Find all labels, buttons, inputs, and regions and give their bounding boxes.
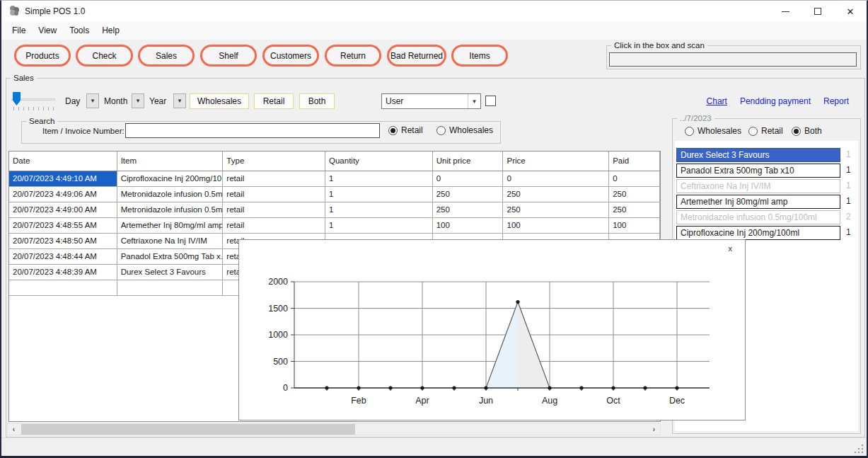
toolbar-button-check[interactable]: Check xyxy=(76,45,133,67)
table-cell[interactable]: 250 xyxy=(609,202,660,218)
table-cell[interactable]: retail xyxy=(223,187,325,202)
column-header-unit-price[interactable]: Unit price xyxy=(433,151,504,171)
svg-text:Dec: Dec xyxy=(669,396,685,406)
table-cell[interactable]: 100 xyxy=(503,218,609,234)
panel-wholesales-radio[interactable] xyxy=(685,127,694,136)
table-cell[interactable] xyxy=(9,280,117,296)
toolbar-button-products[interactable]: Products xyxy=(14,45,71,67)
retail-button[interactable]: Retail xyxy=(254,93,294,109)
column-header-price[interactable]: Price xyxy=(503,151,609,171)
menu-item-view[interactable]: View xyxy=(32,22,63,40)
scroll-right-arrow-icon[interactable]: › xyxy=(648,424,660,435)
user-combobox[interactable]: User ▾ xyxy=(381,93,481,109)
search-retail-radio[interactable] xyxy=(388,126,398,135)
panel-both-label: Both xyxy=(804,126,822,136)
table-cell[interactable]: Ceftriaxone Na Inj IV/IM xyxy=(117,234,224,249)
column-header-date[interactable]: Date xyxy=(9,151,117,171)
table-cell[interactable]: retail xyxy=(223,202,325,218)
toolbar-button-customers[interactable]: Customers xyxy=(262,45,319,67)
column-header-quantity[interactable]: Quantity xyxy=(325,151,433,171)
menu-item-file[interactable]: File xyxy=(6,22,32,40)
table-row[interactable]: 20/07/2023 4:49:06 AMMetronidazole infus… xyxy=(9,187,660,202)
resize-grip-icon[interactable] xyxy=(855,445,864,454)
search-input[interactable] xyxy=(125,123,380,138)
hscrollbar-thumb[interactable] xyxy=(21,424,355,435)
table-cell[interactable]: Metronidazole infusion 0.5m... xyxy=(117,187,224,202)
both-button[interactable]: Both xyxy=(299,93,335,109)
toolbar-button-shelf[interactable]: Shelf xyxy=(200,45,257,67)
status-bar xyxy=(1,437,867,456)
table-row[interactable]: 20/07/2023 4:49:00 AMMetronidazole infus… xyxy=(9,202,660,218)
table-cell[interactable]: 20/07/2023 4:49:06 AM xyxy=(9,187,117,202)
table-hscrollbar[interactable]: ‹ › xyxy=(7,423,661,435)
table-cell[interactable]: 0 xyxy=(503,171,609,187)
table-cell[interactable]: 250 xyxy=(433,202,504,218)
table-cell[interactable]: 0 xyxy=(609,171,660,187)
list-item-name[interactable]: Artemether Inj 80mg/ml amp xyxy=(676,195,840,209)
table-cell[interactable]: retail xyxy=(223,171,325,187)
maximize-button[interactable] xyxy=(802,1,834,22)
svg-text:Oct: Oct xyxy=(606,396,620,406)
svg-text:2000: 2000 xyxy=(268,277,288,287)
table-cell[interactable]: 250 xyxy=(609,187,660,202)
report-link[interactable]: Report xyxy=(823,96,849,106)
menu-item-help[interactable]: Help xyxy=(96,22,126,40)
list-item-name[interactable]: Panadol Extra 500mg Tab x10 xyxy=(676,164,840,178)
table-cell[interactable]: 100 xyxy=(609,218,660,234)
month-dropdown-button[interactable]: ▾ xyxy=(132,93,144,108)
table-cell[interactable]: Panadol Extra 500mg Tab x... xyxy=(117,249,224,265)
svg-text:Apr: Apr xyxy=(415,396,429,406)
table-cell[interactable]: Artemether Inj 80mg/ml amp xyxy=(117,218,224,234)
list-item-name[interactable]: Durex Select 3 Favours xyxy=(676,148,840,162)
panel-both-radio[interactable] xyxy=(792,127,801,136)
table-cell[interactable]: 20/07/2023 4:49:10 AM xyxy=(9,171,117,187)
svg-text:Jun: Jun xyxy=(479,396,493,406)
pending-payment-link[interactable]: Pendding payment xyxy=(740,96,811,106)
scan-input[interactable] xyxy=(609,52,857,67)
panel-retail-radio[interactable] xyxy=(748,127,758,136)
chart-link[interactable]: Chart xyxy=(707,96,727,106)
toolbar-button-bad-returned[interactable]: Bad Returned xyxy=(387,45,446,67)
day-dropdown-button[interactable]: ▾ xyxy=(86,93,99,108)
column-header-type[interactable]: Type xyxy=(223,151,325,171)
scroll-left-arrow-icon[interactable]: ‹ xyxy=(8,424,20,435)
table-cell[interactable]: retail xyxy=(223,218,325,234)
user-checkbox[interactable] xyxy=(485,96,496,106)
table-cell[interactable]: 1 xyxy=(325,171,433,187)
table-cell[interactable]: 250 xyxy=(503,187,609,202)
table-cell[interactable]: 1 xyxy=(325,202,433,218)
table-cell[interactable]: Metronidazole infusion 0.5m... xyxy=(117,202,224,218)
column-header-item[interactable]: Item xyxy=(117,151,224,171)
list-item-name[interactable]: Ciprofloxacine Inj 200mg/100ml xyxy=(676,226,840,240)
list-item-name[interactable]: Ceftriaxone Na Inj IV/IM xyxy=(676,179,840,193)
table-cell[interactable]: 250 xyxy=(503,202,609,218)
table-cell[interactable]: 1 xyxy=(325,187,433,202)
table-cell[interactable]: 0 xyxy=(433,171,504,187)
table-cell[interactable]: 20/07/2023 4:48:55 AM xyxy=(9,218,117,234)
table-cell[interactable]: Ciprofloxacine Inj 200mg/10... xyxy=(117,171,224,187)
column-header-paid[interactable]: Paid xyxy=(609,151,660,171)
year-dropdown-button[interactable]: ▾ xyxy=(173,93,186,108)
table-cell[interactable]: Durex Select 3 Favours xyxy=(117,265,224,280)
table-cell[interactable]: 20/07/2023 4:48:50 AM xyxy=(9,234,117,249)
table-cell[interactable]: 20/07/2023 4:49:00 AM xyxy=(9,202,117,218)
toolbar-button-items[interactable]: Items xyxy=(451,45,508,67)
table-row[interactable]: 20/07/2023 4:48:55 AMArtemether Inj 80mg… xyxy=(9,218,660,234)
close-button[interactable]: ✕ xyxy=(834,1,867,22)
table-cell[interactable]: 250 xyxy=(433,187,504,202)
table-cell[interactable] xyxy=(117,280,224,296)
combo-dropdown-icon[interactable]: ▾ xyxy=(468,94,480,108)
toolbar-button-return[interactable]: Return xyxy=(325,45,381,67)
table-cell[interactable]: 1 xyxy=(325,218,433,234)
table-cell[interactable]: 100 xyxy=(433,218,504,234)
search-wholesales-radio[interactable] xyxy=(436,126,446,135)
minimize-button[interactable] xyxy=(769,1,802,22)
wholesales-button[interactable]: Wholesales xyxy=(190,93,249,109)
toolbar-button-sales[interactable]: Sales xyxy=(138,45,195,67)
list-item-name[interactable]: Metronidazole infusion 0.5mg/100ml xyxy=(676,210,840,224)
menu-item-tools[interactable]: Tools xyxy=(63,22,96,40)
table-row[interactable]: 20/07/2023 4:49:10 AMCiprofloxacine Inj … xyxy=(9,171,660,187)
chart-close-icon[interactable]: x xyxy=(729,244,733,253)
table-cell[interactable]: 20/07/2023 4:48:39 AM xyxy=(9,265,117,280)
table-cell[interactable]: 20/07/2023 4:48:44 AM xyxy=(9,249,117,265)
